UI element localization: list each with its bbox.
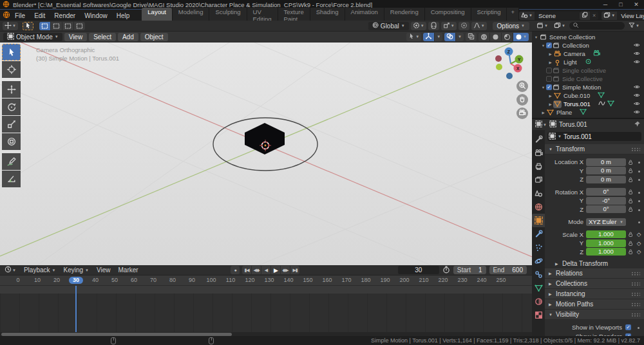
properties-tab-world[interactable] [532, 200, 545, 214]
options-dropdown[interactable]: Options ▼ [493, 22, 529, 30]
mode-dropdown[interactable]: Object Mode ▼ [3, 33, 62, 41]
menu-edit[interactable]: Edit [30, 12, 50, 20]
play-reverse-button[interactable]: ◀ [261, 266, 271, 274]
value-field[interactable]: -0° [586, 197, 626, 205]
timeline-menu-keying[interactable]: Keying▼ [59, 266, 93, 274]
value-field[interactable]: 0 m [586, 176, 626, 183]
lock-icon[interactable] [626, 231, 635, 238]
collection-checkbox[interactable]: ✓ [546, 42, 552, 48]
tool-rotate-button[interactable] [2, 98, 21, 115]
value-field[interactable]: 1.000 [586, 248, 626, 256]
animate-dot-icon[interactable] [635, 207, 643, 212]
play-button[interactable]: ▶ [271, 266, 281, 274]
menu-window[interactable]: Window [80, 12, 112, 20]
end-frame-field[interactable]: 600 [508, 266, 527, 274]
active-tool-dropdown[interactable]: ▼ [3, 22, 18, 30]
viewport-menu-add[interactable]: Add [118, 33, 138, 41]
scene-unlink-button[interactable]: × [590, 12, 598, 19]
filter-dropdown[interactable]: ▼ [627, 22, 641, 30]
stopwatch-icon[interactable] [442, 266, 450, 275]
outliner-row-single-collective[interactable]: Single collective [532, 66, 644, 75]
gizmos-toggle[interactable] [423, 33, 435, 41]
tool-move-button[interactable] [2, 81, 21, 98]
zoom-button[interactable] [516, 80, 528, 92]
jump-first-button[interactable]: ▮◀ [242, 266, 252, 274]
collection-checkbox[interactable]: ✓ [546, 84, 552, 90]
properties-tab-material[interactable] [532, 295, 545, 308]
animate-dot-icon[interactable] [634, 324, 642, 330]
outliner-row-scene-collection[interactable]: ▼Scene Collection [532, 33, 644, 41]
outliner-row-simple-motion[interactable]: ▼✓Simple Motion [532, 83, 644, 91]
shading-wireframe[interactable] [478, 33, 490, 41]
editor-type-dropdown[interactable]: ▼ [535, 22, 550, 30]
shading-rendered[interactable]: ▼ [513, 33, 529, 41]
hide-eye-toggle[interactable] [633, 42, 641, 50]
animate-dot-icon[interactable] [635, 176, 643, 182]
timeline-tracks[interactable] [0, 286, 532, 332]
view-layer-browse-button[interactable]: ▼ [601, 12, 617, 20]
menu-file[interactable]: File [10, 12, 30, 20]
navigation-gizmo[interactable]: Z Y X [489, 44, 532, 85]
maximize-button[interactable]: □ [613, 0, 629, 9]
keyframe-diamond-icon[interactable]: ◇ [635, 231, 643, 238]
outliner-row-camera[interactable]: ▶Camera [532, 50, 644, 58]
outliner-search-input[interactable] [569, 22, 625, 30]
properties-tab-scene[interactable] [532, 187, 545, 200]
gizmos-dropdown[interactable]: ▼ [435, 33, 442, 41]
animate-dot-icon[interactable] [635, 159, 643, 165]
select-mode-extend[interactable] [51, 22, 62, 30]
object-name-field[interactable]: ▼ Torus.001 [547, 132, 641, 141]
menu-render[interactable]: Render [50, 12, 80, 20]
select-mode-intersect[interactable] [74, 22, 85, 30]
lock-icon[interactable] [626, 159, 635, 165]
timeline-scrollbar-thumb[interactable] [1, 333, 232, 336]
timeline-menu-view[interactable]: View [93, 266, 115, 274]
display-mode-dropdown[interactable]: ▼ [552, 22, 567, 30]
keyframe-diamond-icon[interactable]: ◇ [635, 240, 643, 247]
close-button[interactable]: ✕ [629, 0, 644, 9]
animate-dot-icon[interactable] [635, 198, 643, 203]
hide-eye-toggle[interactable] [633, 100, 641, 108]
hide-eye-toggle[interactable] [633, 59, 641, 66]
outliner-row-cube-010[interactable]: ▶Cube.010 [532, 91, 644, 100]
animate-dot-icon[interactable] [635, 168, 643, 174]
value-field[interactable]: 0 m [586, 158, 626, 166]
current-frame-field[interactable]: 30 [398, 266, 439, 274]
hide-eye-toggle[interactable] [633, 92, 641, 100]
scene-name[interactable]: Scene [535, 12, 580, 19]
panel-instancing[interactable]: ▶Instancing [545, 289, 644, 299]
pivot-dropdown[interactable]: ▼ [411, 22, 426, 30]
lock-icon[interactable] [626, 206, 635, 212]
shading-material-preview[interactable] [502, 33, 513, 41]
timeline-ruler[interactable]: 0102030405060708090100110120130140150160… [0, 275, 532, 286]
orientation-dropdown[interactable]: Global ▼ [368, 22, 409, 30]
object-visibility-dropdown[interactable]: ▼ [406, 33, 421, 41]
hide-eye-toggle[interactable] [633, 109, 641, 117]
scene-browse-button[interactable]: ▼ [519, 12, 535, 20]
proportional-falloff-dropdown[interactable]: ▼ [471, 22, 487, 30]
lock-icon[interactable] [626, 167, 635, 174]
properties-tab-modifiers[interactable] [532, 227, 545, 241]
properties-tab-constraints[interactable] [532, 268, 545, 281]
value-field[interactable]: 0 m [586, 167, 626, 174]
properties-tab-tool[interactable] [532, 133, 545, 146]
overlays-toggle[interactable] [444, 33, 456, 41]
value-field[interactable]: 0° [586, 205, 626, 213]
jump-last-button[interactable]: ▶▮ [290, 266, 299, 274]
view-layer-name[interactable]: View Layer [617, 12, 644, 19]
shading-solid[interactable] [490, 33, 502, 41]
panel-motion-paths[interactable]: ▶Motion Paths [545, 299, 644, 310]
tool-annotate-button[interactable] [2, 153, 21, 170]
outliner-row-side-collective[interactable]: Side Collective [532, 75, 644, 83]
animate-dot-icon[interactable] [635, 189, 643, 195]
outliner-row-light[interactable]: ▶Light [532, 58, 644, 66]
panel-collections[interactable]: ▶Collections [545, 279, 644, 289]
tool-cursor-button[interactable] [2, 61, 21, 78]
lock-icon[interactable] [626, 176, 635, 183]
value-field[interactable]: 0° [586, 188, 626, 196]
properties-tab-particles[interactable] [532, 241, 545, 254]
timeline-menu-marker[interactable]: Marker [115, 266, 142, 274]
properties-tab-texture[interactable] [532, 308, 545, 322]
panel-delta-transform[interactable]: ▶Delta Transform [545, 259, 644, 268]
outliner-row-plane[interactable]: ▶Plane [532, 108, 644, 117]
